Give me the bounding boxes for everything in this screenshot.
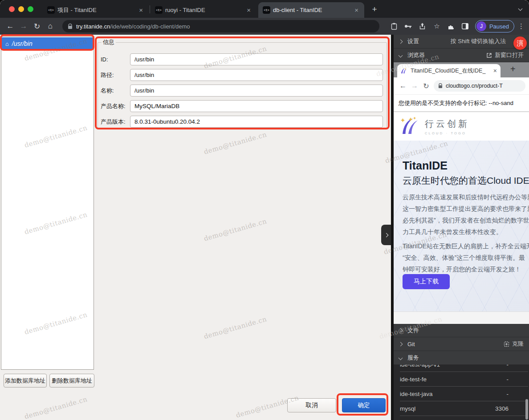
form-row-product-version: 产品版本:	[101, 116, 383, 128]
database-tree-panel: ⌂ /usr/bin	[1, 36, 94, 370]
name-field[interactable]	[130, 85, 383, 97]
files-section-header[interactable]: 文件	[394, 324, 529, 337]
site-subtitle: 云原生时代您的首选Cloud IDE	[403, 174, 529, 187]
service-port: -	[507, 365, 509, 368]
preview-address-bar[interactable]: cloudtogo.cn/product-T	[434, 80, 525, 92]
preview-nav-bar: ← → ↻ cloudtogo.cn/product-T	[394, 77, 529, 94]
forward-icon[interactable]: →	[17, 22, 30, 31]
brand-name: 行云创新	[425, 118, 469, 130]
share-icon[interactable]	[415, 23, 430, 30]
bookmark-star-icon[interactable]: ☆	[430, 22, 444, 30]
lock-icon	[68, 24, 73, 29]
preview-tab-strip: TitanIDE_CloudIDE_在线IDE_ × +	[394, 62, 529, 77]
settings-section-header[interactable]: 设置 按 Shift 键切换输入法	[394, 35, 529, 48]
titanide-favicon: <t>	[47, 6, 55, 14]
delete-database-button[interactable]: 删除数据库地址	[49, 374, 94, 388]
minimize-window-button[interactable]	[18, 6, 24, 12]
open-new-window-button[interactable]: 新窗口打开	[486, 51, 524, 59]
tab-divider	[150, 5, 150, 13]
git-section-header[interactable]: Git 克隆	[394, 337, 529, 351]
chevron-down-icon	[399, 355, 403, 360]
info-legend: 信息	[102, 38, 116, 46]
services-list: ide-test-app-v1 - ide-test-fe - ide-test…	[394, 365, 529, 420]
tree-item-usr-bin[interactable]: ⌂ /usr/bin	[2, 37, 93, 50]
profile-button[interactable]: J Paused	[475, 20, 514, 32]
service-port: -	[507, 391, 509, 397]
tab-close-icon[interactable]: ×	[245, 6, 252, 14]
browser-toolbar: ← → ↻ ⌂ try.titanide.cn/ide/web/coding/d…	[0, 18, 529, 35]
git-label: Git	[407, 341, 415, 347]
browser-window: <t> 项目 - TitanIDE × <t> ruoyi - TitanIDE…	[0, 0, 529, 420]
cancel-button[interactable]: 取消	[287, 398, 336, 412]
close-window-button[interactable]	[9, 6, 15, 12]
download-button[interactable]: 马上下载	[403, 274, 450, 289]
files-label: 文件	[407, 327, 419, 335]
chevron-down-icon	[399, 53, 403, 57]
git-clone-button[interactable]: 克隆	[504, 340, 524, 348]
tab-close-icon[interactable]: ×	[138, 6, 144, 14]
browser-section-header[interactable]: 浏览器 新窗口打开	[394, 48, 529, 62]
id-field[interactable]	[130, 53, 383, 65]
tab-project[interactable]: <t> 项目 - TitanIDE ×	[43, 2, 149, 18]
form-row-product-name: 产品名称:	[101, 100, 383, 112]
panel-collapse-handle[interactable]	[381, 225, 391, 245]
titanide-favicon: <t>	[263, 6, 270, 14]
new-tab-button[interactable]: +	[369, 4, 380, 15]
reload-icon[interactable]: ↻	[30, 22, 44, 31]
sync-paused-label: Paused	[489, 23, 509, 30]
form-row-id: ID:	[101, 53, 383, 65]
maximize-window-button[interactable]	[28, 6, 33, 12]
preview-tab-close-icon[interactable]: ×	[493, 67, 497, 74]
tab-title: db-client - TitanIDE	[273, 7, 350, 13]
url-path: /ide/web/coding/db-client/demo	[110, 23, 190, 30]
tab-db-client[interactable]: <t> db-client - TitanIDE ×	[258, 2, 364, 18]
brand-subtitle: CLOUD · TOGO	[425, 131, 469, 135]
service-row[interactable]: ide-test-app-v1 -	[400, 365, 528, 372]
cloudtogo-logo	[400, 116, 420, 137]
tree-item-label: /usr/bin	[12, 40, 33, 47]
menu-kebab-icon[interactable]: ⋮	[518, 22, 525, 30]
password-key-icon[interactable]	[401, 24, 415, 28]
services-section-header[interactable]: 服务	[394, 351, 529, 365]
tab-strip: <t> 项目 - TitanIDE × <t> ruoyi - TitanIDE…	[0, 0, 529, 18]
clipboard-icon[interactable]	[387, 23, 401, 30]
preview-reload-icon[interactable]: ↻	[420, 82, 432, 90]
preview-new-tab-button[interactable]: +	[510, 64, 516, 74]
path-label: 路径:	[101, 69, 129, 81]
address-bar[interactable]: try.titanide.cn/ide/web/coding/db-client…	[62, 20, 379, 32]
service-row[interactable]: ide-test-fe -	[400, 372, 528, 387]
extensions-icon[interactable]	[444, 23, 458, 30]
titanide-favicon: <t>	[155, 6, 163, 14]
tab-title: 项目 - TitanIDE	[57, 6, 135, 14]
preview-forward-icon[interactable]: →	[409, 82, 420, 90]
home-icon: ⌂	[5, 40, 9, 47]
tab-close-icon[interactable]: ×	[353, 6, 360, 14]
browser-label: 浏览器	[407, 51, 425, 59]
ok-button[interactable]: 确定	[342, 398, 386, 412]
path-field[interactable]	[130, 69, 383, 81]
cloudtogo-favicon	[401, 68, 407, 74]
product-name-label: 产品名称:	[101, 100, 129, 112]
service-row[interactable]: mysql 3306	[400, 401, 528, 416]
clone-repo-icon	[504, 341, 509, 347]
site-paragraph-2: TitanIDE站在无数巨人的肩膀上，补齐全云端开 “安全、高效、体验”这三个维…	[403, 240, 529, 275]
home-icon[interactable]: ⌂	[44, 22, 57, 31]
chevron-right-icon	[399, 328, 403, 333]
form-row-path: 路径:	[101, 69, 383, 81]
site-title: TitanIDE	[403, 159, 448, 172]
tab-ruoyi[interactable]: <t> ruoyi - TitanIDE ×	[151, 2, 256, 18]
service-name: mysql	[400, 405, 415, 412]
chevron-right-icon	[399, 342, 403, 346]
product-name-field[interactable]	[130, 100, 383, 112]
add-database-button[interactable]: 添加数据库地址	[4, 374, 47, 388]
side-panel-icon[interactable]	[458, 23, 472, 29]
preview-back-icon[interactable]: ←	[397, 82, 409, 90]
scrollbar-thumb[interactable]	[525, 399, 528, 420]
back-icon[interactable]: ←	[4, 22, 17, 31]
product-version-field[interactable]	[130, 116, 383, 128]
tab-search-chevron-icon[interactable]	[518, 7, 523, 11]
chevron-right-icon	[399, 39, 403, 44]
service-name: ide-test-java	[400, 391, 433, 397]
preview-tab[interactable]: TitanIDE_CloudIDE_在线IDE_ ×	[397, 64, 501, 77]
service-row[interactable]: ide-test-java -	[400, 387, 528, 401]
